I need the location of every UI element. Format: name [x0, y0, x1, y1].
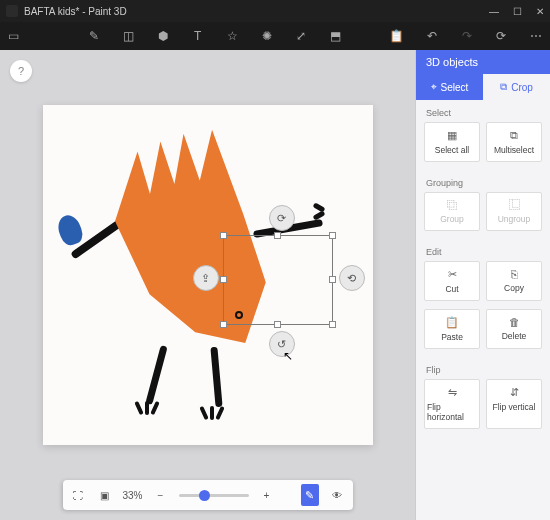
undo-icon[interactable]: ↶ — [427, 29, 437, 43]
flip-vertical-button[interactable]: ⇵ Flip vertical — [486, 379, 542, 429]
multiselect-button[interactable]: ⧉ Multiselect — [486, 122, 542, 162]
creature-foot-left — [133, 400, 163, 415]
actual-size-icon[interactable]: ▣ — [96, 487, 112, 503]
workspace: ? — [0, 50, 550, 520]
handle-top-mid[interactable] — [274, 232, 281, 239]
mode-tabs: ⌖ Select ⧉ Crop — [416, 74, 550, 100]
handle-bottom-mid[interactable] — [274, 321, 281, 328]
zoom-in-button[interactable]: + — [259, 487, 275, 503]
close-button[interactable]: ✕ — [536, 6, 544, 17]
view-3d-button[interactable]: ✎ — [301, 484, 319, 506]
depth-gizmo[interactable]: ⇪ — [193, 265, 219, 291]
paste-icon[interactable]: 📋 — [389, 29, 403, 43]
maximize-button[interactable]: ☐ — [513, 6, 522, 17]
selection-box[interactable] — [223, 235, 333, 325]
crop-mode-tab[interactable]: ⧉ Crop — [483, 74, 550, 100]
crop-icon: ⧉ — [500, 81, 507, 93]
canvas[interactable]: ⟳ ⇪ ⟲ ↺ ↖ — [43, 105, 373, 445]
group-icon: ⿻ — [447, 199, 458, 211]
title-bar: BAFTA kids* - Paint 3D ― ☐ ✕ — [0, 0, 550, 22]
ungroup-button: ⿺ Ungroup — [486, 192, 542, 231]
cut-icon: ✂ — [448, 268, 457, 281]
fit-screen-icon[interactable]: ⛶ — [70, 487, 86, 503]
menu-icon[interactable]: ▭ — [8, 29, 19, 43]
section-grouping: Grouping — [416, 170, 550, 192]
minimize-button[interactable]: ― — [489, 6, 499, 17]
handle-mid-left[interactable] — [220, 276, 227, 283]
select-all-button[interactable]: ▦ Select all — [424, 122, 480, 162]
delete-button[interactable]: 🗑 Delete — [486, 309, 542, 349]
handle-bottom-right[interactable] — [329, 321, 336, 328]
cut-label: Cut — [445, 284, 458, 294]
multiselect-icon: ⧉ — [510, 129, 518, 142]
canvas-area: ? — [0, 50, 415, 520]
artwork-creature[interactable]: ⟳ ⇪ ⟲ ↺ ↖ — [63, 125, 343, 425]
creature-leg-right — [210, 347, 222, 407]
section-select: Select — [416, 100, 550, 122]
zoom-slider-thumb[interactable] — [199, 490, 210, 501]
flip-vertical-icon: ⇵ — [510, 386, 519, 399]
2d-shapes-icon[interactable]: ◫ — [123, 29, 134, 43]
delete-icon: 🗑 — [509, 316, 520, 328]
delete-label: Delete — [502, 331, 527, 341]
more-icon[interactable]: ⋯ — [530, 29, 542, 43]
window-title: BAFTA kids* - Paint 3D — [24, 6, 489, 17]
zoom-slider[interactable] — [179, 494, 249, 497]
copy-label: Copy — [504, 283, 524, 293]
3d-shapes-icon[interactable]: ⬢ — [158, 29, 168, 43]
ungroup-label: Ungroup — [498, 214, 531, 224]
rotate-y-gizmo[interactable]: ⟲ — [339, 265, 365, 291]
text-tool-icon[interactable]: T — [192, 29, 202, 43]
effects-icon[interactable]: ✺ — [262, 29, 272, 43]
section-edit: Edit — [416, 239, 550, 261]
window-controls: ― ☐ ✕ — [489, 6, 544, 17]
select-all-icon: ▦ — [447, 129, 457, 142]
stickers-icon[interactable]: ☆ — [227, 29, 238, 43]
brush-tool-icon[interactable]: ✎ — [89, 29, 99, 43]
copy-icon: ⎘ — [511, 268, 518, 280]
copy-button[interactable]: ⎘ Copy — [486, 261, 542, 301]
paste-button[interactable]: 📋 Paste — [424, 309, 480, 349]
group-button: ⿻ Group — [424, 192, 480, 231]
zoom-bar: ⛶ ▣ 33% − + ✎ 👁 — [62, 480, 352, 510]
paste-label: Paste — [441, 332, 463, 342]
cursor-icon: ⌖ — [431, 81, 437, 93]
library-icon[interactable]: ⬒ — [330, 29, 341, 43]
flip-horizontal-button[interactable]: ⇋ Flip horizontal — [424, 379, 480, 429]
cut-button[interactable]: ✂ Cut — [424, 261, 480, 301]
select-mode-tab[interactable]: ⌖ Select — [416, 74, 483, 100]
creature-hand-left — [54, 212, 85, 248]
rotate-z-gizmo[interactable]: ⟳ — [269, 205, 295, 231]
app-logo — [6, 5, 18, 17]
creature-leg-left — [145, 345, 167, 405]
canvas-icon[interactable]: ⤢ — [296, 29, 306, 43]
handle-top-right[interactable] — [329, 232, 336, 239]
flip-horizontal-icon: ⇋ — [448, 386, 457, 399]
toolbar: ▭ ✎ ◫ ⬢ T ☆ ✺ ⤢ ⬒ 📋 ↶ ↷ ⟳ ⋯ — [0, 22, 550, 50]
creature-hand-right — [313, 203, 331, 221]
zoom-value[interactable]: 33% — [122, 490, 142, 501]
flip-horizontal-label: Flip horizontal — [427, 402, 477, 422]
select-mode-label: Select — [441, 82, 469, 93]
select-all-label: Select all — [435, 145, 470, 155]
multiselect-label: Multiselect — [494, 145, 534, 155]
panel-title: 3D objects — [416, 50, 550, 74]
crop-mode-label: Crop — [511, 82, 533, 93]
ungroup-icon: ⿺ — [509, 199, 520, 211]
zoom-out-button[interactable]: − — [153, 487, 169, 503]
history-icon[interactable]: ⟳ — [496, 29, 506, 43]
handle-mid-right[interactable] — [329, 276, 336, 283]
group-label: Group — [440, 214, 464, 224]
flip-vertical-label: Flip vertical — [493, 402, 536, 412]
eye-icon[interactable]: 👁 — [329, 487, 345, 503]
handle-bottom-left[interactable] — [220, 321, 227, 328]
side-panel: 3D objects ⌖ Select ⧉ Crop Select ▦ Sele… — [415, 50, 550, 520]
help-button[interactable]: ? — [10, 60, 32, 82]
paste-icon: 📋 — [445, 316, 459, 329]
cursor-icon: ↖ — [283, 349, 293, 363]
section-flip: Flip — [416, 357, 550, 379]
handle-top-left[interactable] — [220, 232, 227, 239]
creature-foot-right — [198, 405, 228, 420]
redo-icon[interactable]: ↷ — [461, 29, 471, 43]
